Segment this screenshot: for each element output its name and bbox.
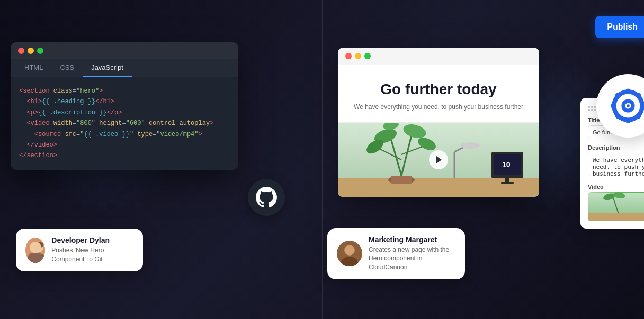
cms-dot-2	[591, 106, 593, 108]
publish-button[interactable]: Publish	[595, 16, 644, 38]
tab-html[interactable]: HTML	[16, 59, 51, 77]
scene: HTML CSS JavaScript <section class="hero…	[0, 0, 644, 319]
developer-avatar	[25, 238, 45, 263]
developer-info: Developer Dylan Pushes 'New Hero Compone…	[51, 236, 133, 264]
cms-video-thumbnail: 10 39 10 39	[588, 192, 644, 221]
svg-rect-35	[501, 182, 514, 184]
dot-yellow	[28, 48, 34, 54]
hero-section: Go further today We have everything you …	[338, 65, 539, 123]
cms-video-label: Video	[588, 184, 644, 190]
code-line-3: <p>{{ .description }}</p>	[19, 107, 230, 118]
cms-drag-icon	[588, 106, 596, 111]
svg-point-4	[33, 242, 43, 248]
developer-name: Developer Dylan	[51, 236, 133, 244]
svg-text:10: 10	[502, 160, 511, 169]
browser-dot-red	[345, 53, 352, 59]
github-icon	[256, 187, 277, 208]
svg-rect-40	[588, 213, 644, 220]
right-panel: Go further today We have everything you …	[322, 0, 644, 319]
developer-description: Pushes 'New Hero Component' to Git	[51, 246, 133, 264]
svg-point-50	[345, 245, 354, 255]
svg-rect-34	[505, 178, 509, 183]
code-line-4: <video width="800" height="600" control …	[19, 118, 230, 129]
tab-css[interactable]: CSS	[51, 59, 83, 77]
marketing-name: Marketing Margaret	[369, 235, 455, 244]
tab-bar: HTML CSS JavaScript	[11, 59, 238, 77]
cms-dot-4	[588, 109, 590, 111]
code-line-5: <source src="{{ .video }}" type="video/m…	[19, 129, 230, 140]
plant-bg: 10	[338, 123, 539, 197]
svg-rect-21	[391, 176, 412, 184]
svg-rect-10	[626, 89, 630, 93]
svg-point-2	[30, 253, 45, 263]
cms-description-label: Description	[588, 144, 644, 151]
developer-card: Developer Dylan Pushes 'New Hero Compone…	[16, 229, 143, 271]
browser-titlebar	[338, 48, 539, 65]
play-button[interactable]	[429, 150, 448, 169]
marketing-info: Marketing Margaret Creates a new page wi…	[369, 235, 455, 272]
browser-dot-green	[364, 53, 371, 59]
code-line-7: </section>	[19, 150, 230, 161]
code-line-1: <section class="hero">	[19, 86, 230, 96]
marketing-description: Creates a new page with the Hero compone…	[369, 245, 455, 272]
svg-point-38	[461, 142, 480, 149]
code-editor: HTML CSS JavaScript <section class="hero…	[11, 42, 238, 170]
titlebar	[11, 42, 238, 59]
dot-green	[37, 48, 43, 54]
marketing-card: Marketing Margaret Creates a new page wi…	[327, 228, 465, 279]
tab-javascript[interactable]: JavaScript	[83, 59, 132, 77]
dot-red	[18, 48, 24, 54]
svg-point-9	[627, 104, 630, 107]
cms-video-svg: 10 39	[588, 192, 644, 221]
svg-rect-11	[626, 119, 630, 123]
cms-dot-5	[591, 109, 593, 111]
hero-image: 10	[338, 123, 539, 197]
browser-window: Go further today We have everything you …	[338, 48, 539, 197]
browser-dot-yellow	[355, 53, 361, 59]
code-body: <section class="hero"> <h1>{{ .heading }…	[11, 77, 238, 170]
cms-dot-1	[588, 106, 590, 108]
left-panel: HTML CSS JavaScript <section class="hero…	[0, 0, 322, 319]
hero-description: We have everything you need, to push you…	[348, 102, 529, 112]
play-triangle-icon	[436, 156, 442, 163]
code-line-2: <h1>{{ .heading }}</h1>	[19, 96, 230, 107]
cloudcannon-logo	[610, 87, 644, 124]
hero-title: Go further today	[348, 81, 529, 98]
svg-rect-12	[611, 104, 615, 108]
code-line-6: </video>	[19, 140, 230, 150]
github-bubble	[248, 179, 285, 216]
cms-description-input[interactable]: We have everything you need, to push you…	[588, 153, 644, 176]
browser-body: Go further today We have everything you …	[338, 65, 539, 197]
svg-rect-13	[641, 104, 644, 108]
marketing-avatar	[337, 241, 362, 266]
